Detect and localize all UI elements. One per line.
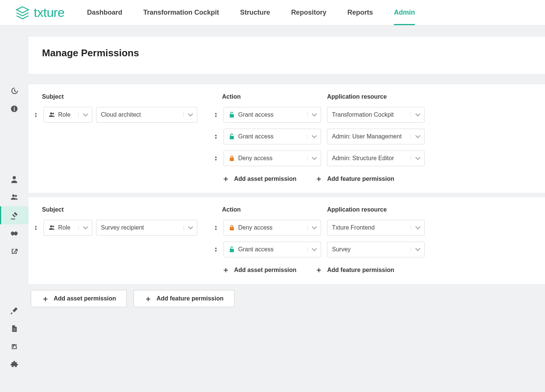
chevron-down-icon	[78, 225, 92, 230]
logo-icon	[15, 5, 30, 20]
nav-transformation-cockpit[interactable]: Transformation Cockpit	[143, 0, 219, 25]
resource-label: Transformation Cockpit	[332, 111, 394, 118]
sort-handle-icon[interactable]	[33, 111, 38, 119]
page-title: Manage Permissions	[42, 47, 531, 59]
resource-select[interactable]: Admin: User Management	[327, 129, 425, 144]
plus-icon: ＋	[315, 265, 323, 275]
action-select[interactable]: Grant access	[224, 242, 321, 257]
sort-handle-icon[interactable]	[213, 155, 218, 162]
action-select[interactable]: Deny access	[224, 150, 321, 166]
chevron-down-icon	[307, 134, 321, 139]
logo-text: txture	[34, 5, 65, 20]
chevron-down-icon	[411, 225, 424, 230]
resource-select[interactable]: Survey	[327, 242, 425, 257]
sort-handle-icon[interactable]	[213, 133, 218, 140]
resource-label: Txture Frontend	[332, 224, 375, 231]
permission-block: Subject Action Application resource Role…	[29, 197, 545, 284]
action-label: Deny access	[238, 155, 273, 162]
lock-open-icon	[228, 111, 235, 118]
add-asset-permission-button[interactable]: ＋ Add asset permission	[31, 290, 127, 307]
sort-handle-icon[interactable]	[213, 224, 218, 231]
action-select[interactable]: Grant access	[224, 129, 321, 144]
subject-value-select[interactable]: Cloud architect	[96, 107, 197, 123]
resource-label: Admin: Structure Editor	[332, 155, 394, 162]
action-label: Grant access	[238, 133, 273, 140]
lock-open-icon	[228, 133, 235, 140]
resource-select[interactable]: Admin: Structure Editor	[327, 150, 425, 166]
action-label: Grant access	[238, 111, 273, 118]
subject-value-select[interactable]: Survey recipient	[96, 220, 197, 236]
chevron-down-icon	[307, 225, 321, 230]
sidebar-permissions[interactable]	[0, 206, 29, 224]
subject-type-label: Role	[58, 224, 71, 231]
subject-type-label: Role	[58, 111, 71, 118]
subject-type-select[interactable]: Role	[44, 220, 92, 236]
add-feature-permission-button[interactable]: ＋ Add feature permission	[134, 290, 234, 307]
sidebar-brush[interactable]	[0, 302, 29, 320]
lock-open-icon	[228, 246, 235, 253]
content: Manage Permissions Subject Action Applic…	[29, 26, 545, 374]
subject-type-select[interactable]: Role	[44, 107, 92, 123]
add-asset-label: Add asset permission	[234, 176, 296, 182]
chevron-down-icon	[78, 112, 92, 117]
col-head-subject: Subject	[42, 93, 222, 100]
chevron-down-icon	[307, 247, 321, 252]
nav-reports[interactable]: Reports	[347, 0, 373, 25]
resource-select[interactable]: Txture Frontend	[327, 220, 425, 236]
sidebar-puzzle[interactable]	[0, 356, 29, 374]
sort-handle-icon[interactable]	[213, 111, 218, 119]
nav-admin[interactable]: Admin	[394, 0, 415, 25]
nav-repository[interactable]: Repository	[291, 0, 326, 25]
action-select[interactable]: Deny access	[224, 220, 321, 236]
bottom-buttons: ＋ Add asset permission ＋ Add feature per…	[29, 290, 545, 307]
col-head-action: Action	[222, 93, 327, 100]
chevron-down-icon	[307, 156, 321, 161]
subject-value-label: Cloud architect	[101, 111, 141, 118]
users-icon	[48, 224, 55, 231]
topnav: Dashboard Transformation Cockpit Structu…	[87, 0, 415, 25]
add-asset-button-label: Add asset permission	[54, 295, 116, 302]
sidebar-users[interactable]	[0, 188, 29, 206]
add-asset-permission-link[interactable]: ＋ Add asset permission	[222, 174, 296, 184]
plus-icon: ＋	[222, 174, 230, 184]
add-asset-label: Add asset permission	[234, 267, 296, 273]
sidebar-info[interactable]	[0, 100, 29, 118]
action-select[interactable]: Grant access	[224, 107, 321, 123]
resource-label: Admin: User Management	[332, 133, 402, 140]
chevron-down-icon	[307, 112, 321, 117]
action-label: Deny access	[238, 224, 273, 231]
col-head-resource: Application resource	[327, 93, 432, 100]
logo[interactable]: txture	[15, 5, 65, 20]
col-head-action: Action	[222, 206, 327, 213]
sidebar-user[interactable]	[0, 170, 29, 188]
permission-block: Subject Action Application resource Role	[29, 84, 545, 193]
plus-icon: ＋	[144, 294, 152, 304]
resource-select[interactable]: Transformation Cockpit	[327, 107, 425, 123]
resource-label: Survey	[332, 246, 351, 253]
add-feature-permission-link[interactable]: ＋ Add feature permission	[315, 174, 394, 184]
sidebar-external[interactable]	[0, 242, 29, 260]
add-feature-label: Add feature permission	[327, 176, 394, 182]
sort-handle-icon[interactable]	[33, 224, 38, 231]
plus-icon: ＋	[315, 174, 323, 184]
sort-handle-icon[interactable]	[213, 246, 218, 253]
nav-dashboard[interactable]: Dashboard	[87, 0, 122, 25]
sidebar-history[interactable]	[0, 82, 29, 100]
users-icon	[48, 111, 55, 118]
add-asset-permission-link[interactable]: ＋ Add asset permission	[222, 265, 296, 275]
sidebar-handshake[interactable]	[0, 224, 29, 242]
topbar: txture Dashboard Transformation Cockpit …	[0, 0, 545, 26]
page-header: Manage Permissions	[29, 37, 545, 74]
sidebar-file[interactable]	[0, 320, 29, 338]
lock-closed-icon	[228, 224, 235, 231]
chevron-down-icon	[183, 225, 197, 230]
add-feature-label: Add feature permission	[327, 267, 394, 273]
add-feature-permission-link[interactable]: ＋ Add feature permission	[315, 265, 394, 275]
col-head-resource: Application resource	[327, 206, 432, 213]
nav-structure[interactable]: Structure	[240, 0, 270, 25]
add-feature-button-label: Add feature permission	[156, 295, 224, 302]
lock-closed-icon	[228, 155, 235, 162]
action-label: Grant access	[238, 246, 273, 253]
chevron-down-icon	[183, 112, 197, 117]
sidebar-open[interactable]	[0, 338, 29, 356]
